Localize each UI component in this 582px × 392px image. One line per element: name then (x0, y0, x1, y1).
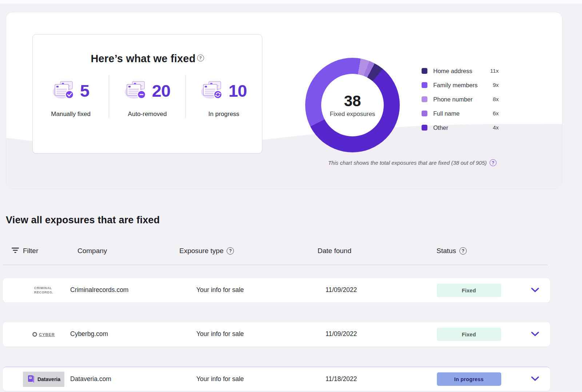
legend-item-other: Other 4x (422, 123, 499, 132)
legend-item-home-address: Home address 11x (422, 66, 499, 76)
stat-in-progress: 10 In progress (186, 75, 262, 118)
date-found: 11/18/2022 (316, 367, 367, 391)
company-logo-criminalrecords: CRIMINAL RECORDS. (22, 278, 65, 303)
stat-value: 10 (228, 81, 247, 101)
legend-swatch (422, 68, 427, 74)
legend-swatch (422, 111, 427, 116)
help-icon[interactable]: ? (490, 159, 497, 166)
help-icon[interactable]: ? (459, 247, 467, 255)
stat-value: 5 (80, 81, 89, 101)
stat-label: Auto-removed (128, 111, 167, 118)
document-minus-icon (124, 80, 148, 101)
chevron-down-icon (531, 331, 539, 338)
fixed-stats: 5 Manually fixed (33, 75, 262, 118)
document-check-icon (52, 80, 76, 101)
exposure-type: Your info for sale (189, 367, 251, 391)
fixed-summary-title-text: Here’s what we fixed (91, 53, 195, 64)
company-logo-cyberbg: CYBER (22, 322, 65, 347)
date-found: 11/09/2022 (316, 322, 367, 346)
donut-center-value: 38 (344, 92, 361, 110)
donut-ring: 38 Fixed exposures (305, 58, 400, 152)
cyber-logo-icon (32, 332, 37, 337)
company-name: Cyberbg.com (70, 322, 108, 346)
chart-caption: This chart shows the total exposures tha… (328, 159, 497, 166)
legend-item-family-members: Family members 9x (422, 80, 499, 90)
stat-label: Manually fixed (51, 111, 91, 118)
column-header-exposure-type: Exposure type ? (179, 244, 234, 257)
chevron-down-icon (531, 287, 539, 294)
chevron-down-icon (531, 376, 539, 383)
column-header-company: Company (77, 244, 107, 257)
help-icon[interactable]: ? (197, 55, 204, 61)
column-header-date-found: Date found (318, 244, 351, 257)
dataveria-logo-icon (27, 374, 35, 384)
table-header-divider (3, 265, 547, 265)
top-edge-strip (0, 0, 582, 4)
help-icon[interactable]: ? (227, 247, 234, 255)
expand-row-button[interactable] (531, 322, 539, 347)
company-name: Criminalrecords.com (70, 278, 128, 302)
stat-manually-fixed: 5 Manually fixed (33, 75, 109, 118)
stat-auto-removed: 20 Auto-removed (109, 75, 185, 118)
filter-icon (11, 247, 20, 256)
status-badge: Fixed (437, 328, 501, 341)
document-refresh-icon (201, 80, 224, 101)
company-logo-dataveria: Dataveria (22, 367, 65, 391)
table-row[interactable]: CYBER Cyberbg.com Your info for sale 11/… (3, 322, 550, 347)
chart-legend: Home address 11x Family members 9x Phone… (422, 66, 499, 137)
company-name: Dataveria.com (70, 367, 111, 391)
section-heading: View all exposures that are fixed (6, 215, 160, 226)
status-badge: In progress (437, 372, 501, 386)
fixed-summary-title: Here’s what we fixed? (33, 53, 262, 65)
status-badge: Fixed (437, 284, 501, 297)
stat-value: 20 (152, 81, 170, 101)
table-row[interactable]: CRIMINAL RECORDS. Criminalrecords.com Yo… (3, 278, 550, 303)
donut-center-label: Fixed exposures (330, 111, 375, 118)
legend-item-full-name: Full name 6x (422, 109, 499, 118)
table-row[interactable]: Dataveria Dataveria.com Your info for sa… (3, 367, 550, 391)
donut-center: 38 Fixed exposures (321, 74, 384, 136)
exposure-type: Your info for sale (189, 322, 251, 346)
legend-swatch (422, 96, 427, 102)
date-found: 11/09/2022 (316, 278, 367, 302)
legend-swatch (422, 82, 427, 88)
expand-row-button[interactable] (531, 367, 539, 391)
stat-label: In progress (208, 111, 239, 118)
table-header-row: Filter Company Exposure type ? Date foun… (0, 244, 557, 257)
legend-swatch (422, 125, 427, 131)
summary-panel: Here’s what we fixed? (6, 12, 562, 189)
column-header-status: Status ? (436, 244, 467, 257)
legend-item-phone-number: Phone number 8x (422, 95, 499, 104)
chart-caption-text: This chart shows the total exposures tha… (328, 160, 487, 166)
expand-row-button[interactable] (531, 278, 539, 303)
exposure-type: Your info for sale (189, 278, 251, 302)
filter-button[interactable]: Filter (11, 244, 38, 257)
fixed-summary-card: Here’s what we fixed? (32, 34, 262, 153)
